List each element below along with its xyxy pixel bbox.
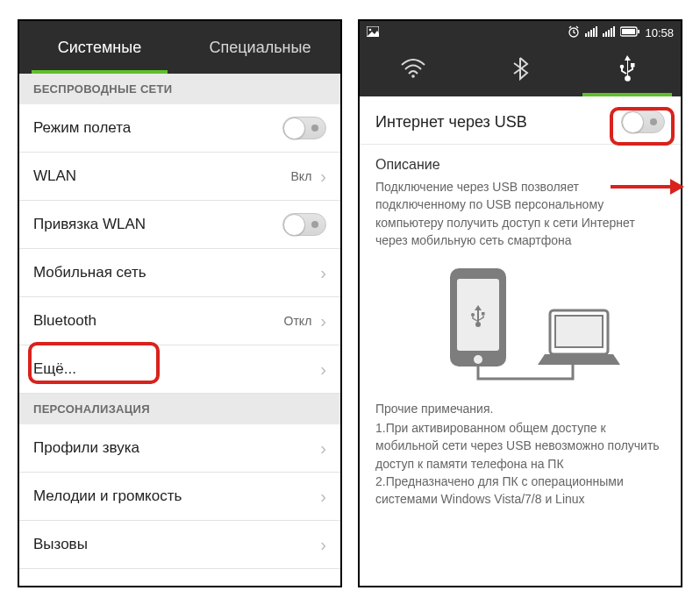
notes-title: Прочие примечания. xyxy=(375,402,665,416)
tab-usb[interactable] xyxy=(574,44,681,96)
row-security-label: Безопасность xyxy=(33,585,128,588)
svg-rect-4 xyxy=(588,32,589,37)
svg-rect-10 xyxy=(608,30,610,37)
svg-point-16 xyxy=(411,75,415,78)
row-calls-label: Вызовы xyxy=(33,536,88,553)
svg-rect-14 xyxy=(622,29,635,34)
svg-rect-18 xyxy=(631,63,635,68)
wlan-tether-toggle[interactable] xyxy=(282,213,326,236)
svg-rect-15 xyxy=(638,30,639,33)
svg-rect-6 xyxy=(593,28,595,37)
row-airplane-label: Режим полета xyxy=(33,119,131,137)
svg-rect-28 xyxy=(555,316,603,347)
row-more[interactable]: Ещё... › xyxy=(19,345,340,394)
chevron-right-icon: › xyxy=(320,311,326,331)
row-mobile-label: Мобильная сеть xyxy=(33,264,146,281)
row-ringtones-label: Мелодии и громкость xyxy=(33,487,182,505)
svg-rect-12 xyxy=(613,26,615,37)
description-title: Описание xyxy=(375,157,665,173)
row-sound-profiles-label: Профили звука xyxy=(33,439,139,457)
section-wireless: БЕСПРОВОДНЫЕ СЕТИ xyxy=(19,74,340,104)
chevron-right-icon: › xyxy=(320,487,326,507)
row-calls[interactable]: Вызовы › xyxy=(19,521,340,569)
row-airplane[interactable]: Режим полета xyxy=(19,104,340,153)
notes-block: Прочие примечания. 1.При активированном … xyxy=(360,398,681,520)
row-sound-profiles[interactable]: Профили звука › xyxy=(19,424,340,473)
svg-rect-5 xyxy=(590,30,592,37)
tab-bluetooth[interactable] xyxy=(467,44,574,96)
tab-special[interactable]: Специальные xyxy=(180,21,340,74)
svg-point-25 xyxy=(471,313,475,317)
tab-special-label: Специальные xyxy=(210,39,311,57)
airplane-toggle[interactable] xyxy=(282,117,326,139)
row-mobile[interactable]: Мобильная сеть › xyxy=(19,249,340,297)
usb-tether-row: Интернет через USB xyxy=(360,96,681,145)
svg-point-17 xyxy=(620,65,625,69)
svg-rect-3 xyxy=(585,33,587,37)
status-bar: 10:58 xyxy=(360,21,681,44)
usb-tether-toggle[interactable] xyxy=(621,110,665,133)
alarm-icon xyxy=(568,25,580,40)
row-wlan-tether-label: Привязка WLAN xyxy=(33,216,146,233)
svg-rect-11 xyxy=(611,28,612,37)
chevron-right-icon: › xyxy=(320,535,326,555)
row-wlan-label: WLAN xyxy=(33,167,76,185)
top-tabs: Системные Специальные xyxy=(19,21,340,74)
signal-icon xyxy=(603,26,615,39)
status-time: 10:58 xyxy=(645,26,674,39)
svg-point-1 xyxy=(369,28,372,31)
image-icon xyxy=(367,26,379,39)
chevron-right-icon: › xyxy=(320,438,326,459)
svg-rect-7 xyxy=(596,26,597,37)
row-bluetooth[interactable]: Bluetooth Откл › xyxy=(19,297,340,345)
note-1: 1.При активированном общем доступе к моб… xyxy=(375,419,665,473)
row-more-label: Ещё... xyxy=(33,360,76,378)
tab-wifi[interactable] xyxy=(360,44,467,96)
svg-rect-9 xyxy=(605,32,607,37)
row-security[interactable]: Безопасность xyxy=(19,569,340,587)
row-ringtones[interactable]: Мелодии и громкость › xyxy=(19,473,340,521)
row-wlan-tether[interactable]: Привязка WLAN xyxy=(19,201,340,249)
svg-point-19 xyxy=(625,75,631,82)
usb-tether-title: Интернет через USB xyxy=(375,113,527,132)
row-bluetooth-label: Bluetooth xyxy=(33,312,96,330)
wifi-icon xyxy=(400,58,426,82)
signal-icon xyxy=(585,26,597,39)
svg-point-22 xyxy=(474,355,482,364)
row-wlan[interactable]: WLAN Вкл › xyxy=(19,153,340,201)
tab-system-label: Системные xyxy=(58,39,141,57)
svg-rect-26 xyxy=(482,312,485,316)
icon-tabs xyxy=(360,44,681,96)
battery-icon xyxy=(620,26,639,39)
bluetooth-state: Откл xyxy=(284,314,312,328)
chevron-right-icon: › xyxy=(320,167,326,187)
svg-rect-8 xyxy=(603,33,604,37)
chevron-right-icon: › xyxy=(320,359,326,380)
chevron-right-icon: › xyxy=(320,263,326,283)
section-personalization: ПЕРСОНАЛИЗАЦИЯ xyxy=(19,394,340,424)
tab-system[interactable]: Системные xyxy=(19,21,180,74)
illustration xyxy=(360,249,681,398)
left-phone-frame: Системные Специальные БЕСПРОВОДНЫЕ СЕТИ … xyxy=(18,19,342,587)
svg-rect-24 xyxy=(477,309,479,324)
note-2: 2.Предназначено для ПК с операционными с… xyxy=(375,473,665,509)
right-phone-frame: 10:58 Интернет через USB Описание Подклю… xyxy=(358,19,682,587)
bluetooth-icon xyxy=(511,56,529,84)
usb-icon xyxy=(618,55,637,85)
wlan-state: Вкл xyxy=(291,169,312,183)
description-block: Описание Подключение через USB позволяет… xyxy=(360,145,681,249)
description-text: Подключение через USB позволяет подключе… xyxy=(375,178,665,249)
